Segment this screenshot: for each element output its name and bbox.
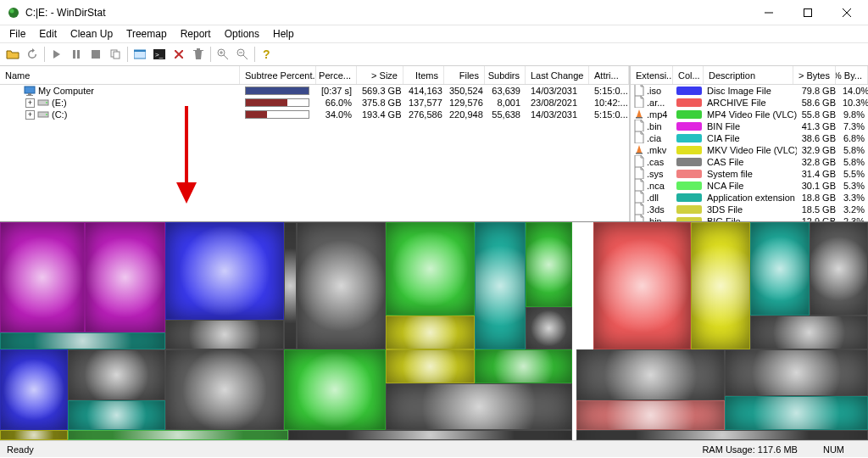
titlebar[interactable]: C:|E: - WinDirStat	[0, 0, 868, 25]
ext-row[interactable]: .sysSystem file31.4 GB5.5%	[631, 168, 868, 180]
computer-icon	[24, 85, 36, 97]
menu-treemap[interactable]: Treemap	[120, 26, 173, 42]
treemap-block[interactable]	[475, 349, 572, 383]
treemap-block[interactable]	[386, 222, 475, 316]
col-items[interactable]: Items	[403, 66, 444, 84]
expander-icon[interactable]: +	[25, 110, 35, 120]
treemap-block[interactable]	[284, 349, 386, 430]
col-subdirs[interactable]: Subdirs	[485, 66, 526, 84]
treemap-block[interactable]	[165, 222, 284, 320]
refresh-icon[interactable]	[23, 45, 42, 64]
tree-row[interactable]: My Computer[0:37 s]569.3 GB414,163350,52…	[0, 85, 629, 97]
svg-point-29	[46, 102, 47, 103]
treemap-block[interactable]	[576, 349, 725, 400]
treemap-block[interactable]	[576, 430, 868, 440]
treemap-block[interactable]	[386, 383, 572, 430]
treemap[interactable]	[0, 222, 868, 440]
col-desc[interactable]: Description	[704, 66, 793, 84]
treemap-block[interactable]	[0, 332, 165, 349]
treemap-block[interactable]	[725, 396, 868, 430]
treemap-block[interactable]	[165, 320, 284, 349]
expander-icon[interactable]: +	[25, 98, 35, 108]
treemap-block[interactable]	[85, 222, 165, 332]
help-icon[interactable]: ?	[258, 45, 276, 64]
treemap-block[interactable]	[297, 222, 386, 349]
tree-row[interactable]: +(C:)34.0%193.4 GB276,586220,94855,63814…	[0, 109, 629, 120]
treemap-block[interactable]	[576, 400, 725, 430]
maximize-button[interactable]	[788, 0, 827, 25]
ext-row[interactable]: .ncaNCA File30.1 GB5.3%	[631, 180, 868, 192]
pause-icon[interactable]	[67, 45, 86, 64]
menu-file[interactable]: File	[3, 26, 31, 42]
ext-pct: 5.3%	[839, 181, 868, 191]
menu-options[interactable]: Options	[219, 26, 265, 42]
ext-row[interactable]: .binBIG File12.9 GB2.3%	[631, 215, 868, 221]
menu-report[interactable]: Report	[175, 26, 217, 42]
ext-row[interactable]: .3ds3DS File18.5 GB3.2%	[631, 204, 868, 215]
window-title: C:|E: - WinDirStat	[25, 7, 749, 19]
treemap-block[interactable]	[725, 349, 868, 396]
ext-body[interactable]: .isoDisc Image File79.8 GB14.0%.ar...ARC…	[631, 85, 868, 221]
treemap-block[interactable]	[68, 349, 165, 400]
ext-row[interactable]: .casCAS File32.8 GB5.8%	[631, 156, 868, 168]
ext-label: .cas	[647, 157, 664, 167]
tree-row[interactable]: +(E:)66.0%375.8 GB137,577129,5768,00123/…	[0, 97, 629, 109]
ext-row[interactable]: .dllApplication extension18.8 GB3.3%	[631, 192, 868, 204]
treemap-block[interactable]	[0, 430, 68, 440]
ext-row[interactable]: .ciaCIA File38.6 GB6.8%	[631, 132, 868, 144]
trash-icon[interactable]	[189, 45, 208, 64]
treemap-block[interactable]	[526, 222, 572, 307]
svg-rect-26	[28, 93, 31, 95]
cmd-icon[interactable]: >_	[150, 45, 169, 64]
treemap-block[interactable]	[284, 222, 297, 349]
col-pctby[interactable]: % By...	[836, 66, 868, 84]
col-ext[interactable]: Extensi...	[631, 66, 673, 84]
col-files[interactable]: Files	[444, 66, 485, 84]
tree-node-label: My Computer	[38, 86, 94, 96]
treemap-block[interactable]	[750, 316, 868, 349]
col-color[interactable]: Col...	[673, 66, 704, 84]
treemap-block[interactable]	[68, 400, 165, 430]
ext-row[interactable]: .binBIN File41.3 GB7.3%	[631, 120, 868, 132]
col-attributes[interactable]: Attri...	[589, 66, 629, 84]
col-lastchange[interactable]: Last Change	[526, 66, 589, 84]
menu-edit[interactable]: Edit	[33, 26, 63, 42]
ext-row[interactable]: .mp4MP4 Video File (VLC)55.8 GB9.8%	[631, 109, 868, 120]
treemap-block[interactable]	[526, 307, 572, 349]
svg-line-18	[224, 55, 228, 59]
treemap-block[interactable]	[810, 222, 868, 316]
ext-bytes: 41.3 GB	[797, 121, 839, 131]
col-name[interactable]: Name	[0, 66, 240, 84]
treemap-block[interactable]	[165, 349, 284, 430]
explorer-icon[interactable]	[131, 45, 149, 64]
minimize-button[interactable]	[749, 0, 788, 25]
col-percent[interactable]: Perce...	[316, 66, 357, 84]
col-bytes[interactable]: > Bytes	[793, 66, 836, 84]
treemap-block[interactable]	[750, 222, 810, 316]
play-icon[interactable]	[47, 45, 66, 64]
treemap-block[interactable]	[288, 430, 572, 440]
menu-cleanup[interactable]: Clean Up	[64, 26, 119, 42]
treemap-block[interactable]	[386, 316, 475, 349]
col-subtree-percent[interactable]: Subtree Percent...	[240, 66, 316, 84]
treemap-block[interactable]	[593, 222, 691, 349]
ext-row[interactable]: .mkvMKV Video File (VLC)32.9 GB5.8%	[631, 144, 868, 156]
delete-icon[interactable]	[170, 45, 188, 64]
treemap-block[interactable]	[68, 430, 288, 440]
close-button[interactable]	[827, 0, 866, 25]
treemap-block[interactable]	[386, 349, 475, 383]
zoom-out-icon[interactable]	[233, 45, 252, 64]
zoom-in-icon[interactable]	[214, 45, 232, 64]
treemap-block[interactable]	[691, 222, 750, 349]
open-icon[interactable]	[3, 45, 22, 64]
tree-body[interactable]: My Computer[0:37 s]569.3 GB414,163350,52…	[0, 85, 629, 221]
stop-icon[interactable]	[86, 45, 105, 64]
treemap-block[interactable]	[0, 222, 85, 332]
treemap-block[interactable]	[475, 222, 526, 349]
ext-row[interactable]: .ar...ARCHIVE File58.6 GB10.3%	[631, 97, 868, 109]
menu-help[interactable]: Help	[267, 26, 300, 42]
treemap-block[interactable]	[0, 349, 68, 430]
col-size[interactable]: > Size	[357, 66, 403, 84]
copy-icon[interactable]	[106, 45, 125, 64]
ext-row[interactable]: .isoDisc Image File79.8 GB14.0%	[631, 85, 868, 97]
